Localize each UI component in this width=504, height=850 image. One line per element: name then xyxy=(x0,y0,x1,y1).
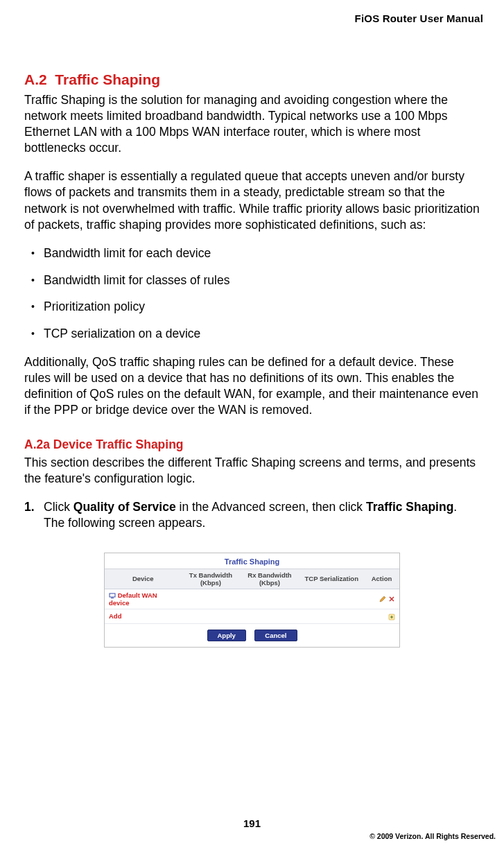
empty-cell xyxy=(241,609,299,623)
col-tx: Tx Bandwidth (Kbps) xyxy=(182,569,241,589)
section-para-1: Traffic Shaping is the solution for mana… xyxy=(24,92,480,156)
screenshot-title: Traffic Shaping xyxy=(105,553,399,569)
step-text-pre: Click xyxy=(44,500,73,514)
table-header-row: Device Tx Bandwidth (Kbps) Rx Bandwidth … xyxy=(105,569,399,589)
step-bold-1: Quality of Service xyxy=(73,500,176,514)
tx-cell xyxy=(182,589,241,609)
svg-rect-0 xyxy=(110,593,115,597)
section-title: A.2 Traffic Shaping xyxy=(24,71,480,88)
action-cell xyxy=(364,609,399,623)
edit-icon[interactable] xyxy=(379,596,386,602)
subsection-number: A.2a xyxy=(24,437,50,451)
cancel-button[interactable]: Cancel xyxy=(254,630,297,641)
col-tcp: TCP Serialization xyxy=(299,569,365,589)
add-icon[interactable] xyxy=(388,614,395,621)
section-name: Traffic Shaping xyxy=(55,71,160,87)
bullet-item: Bandwidth limit for each device xyxy=(24,245,480,261)
section-number: A.2 xyxy=(24,71,47,87)
step-bold-2: Traffic Shaping xyxy=(366,500,453,514)
col-rx: Rx Bandwidth (Kbps) xyxy=(241,569,299,589)
svg-rect-1 xyxy=(111,598,114,598)
tcp-cell xyxy=(299,589,365,609)
table-row-add: Add xyxy=(105,609,399,623)
col-device: Device xyxy=(105,569,182,589)
page-number: 191 xyxy=(0,817,504,829)
subsection-intro: This section describes the different Tra… xyxy=(24,455,480,487)
bullet-item: Prioritization policy xyxy=(24,299,480,315)
apply-button[interactable]: Apply xyxy=(207,630,246,641)
section-para-3: Additionally, QoS traffic shaping rules … xyxy=(24,354,480,418)
bullet-item: Bandwidth limit for classes of rules xyxy=(24,272,480,288)
steps-list: 1. Click Quality of Service in the Advan… xyxy=(24,499,480,531)
bullet-item: TCP serialization on a device xyxy=(24,326,480,342)
copyright: © 2009 Verizon. All Rights Reserved. xyxy=(370,832,496,840)
running-head: FiOS Router User Manual xyxy=(24,12,483,24)
page: FiOS Router User Manual A.2 Traffic Shap… xyxy=(0,0,504,850)
screenshot-panel: Traffic Shaping Device Tx Bandwidth (Kbp… xyxy=(104,553,400,648)
device-name: Default WAN device xyxy=(109,591,157,607)
action-cell xyxy=(364,589,399,609)
subsection-title: A.2a Device Traffic Shaping xyxy=(24,437,480,452)
step-text-mid: in the Advanced screen, then click xyxy=(176,500,366,514)
device-icon xyxy=(109,592,116,599)
bullet-list: Bandwidth limit for each device Bandwidt… xyxy=(24,245,480,342)
subsection-name: Device Traffic Shaping xyxy=(53,437,184,451)
device-link[interactable]: Default WAN device xyxy=(105,589,182,609)
step-number: 1. xyxy=(24,499,35,515)
delete-icon[interactable] xyxy=(388,596,395,602)
add-link[interactable]: Add xyxy=(105,609,182,623)
table-row: Default WAN device xyxy=(105,589,399,609)
section-para-2: A traffic shaper is essentially a regula… xyxy=(24,168,480,232)
col-action: Action xyxy=(364,569,399,589)
empty-cell xyxy=(182,609,241,623)
step-item: 1. Click Quality of Service in the Advan… xyxy=(24,499,480,531)
rx-cell xyxy=(241,589,299,609)
screenshot-button-row: Apply Cancel xyxy=(105,624,399,647)
traffic-shaping-table: Device Tx Bandwidth (Kbps) Rx Bandwidth … xyxy=(105,569,399,624)
empty-cell xyxy=(299,609,365,623)
